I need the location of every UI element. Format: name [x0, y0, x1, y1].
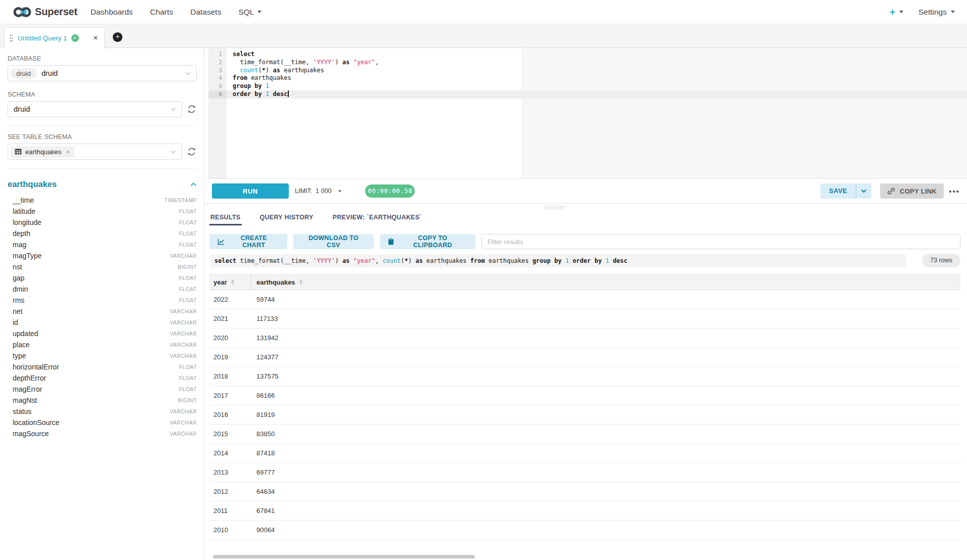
- column-name: depthError: [13, 374, 46, 382]
- column-name: nst: [13, 263, 22, 271]
- editor-code-area[interactable]: select time_format(__time, 'YYYY') as "y…: [227, 51, 967, 99]
- horizontal-scrollbar-thumb[interactable]: [213, 555, 475, 558]
- tab-untitled-query-1[interactable]: Untitled Query 1 ✓ ✕: [4, 27, 105, 48]
- code-line: from earthquakes: [233, 74, 967, 82]
- link-icon: [887, 187, 895, 195]
- schema-column: magFLOAT: [8, 239, 197, 250]
- table-icon: [15, 149, 22, 155]
- brand-title: Superset: [35, 6, 77, 18]
- schema-column: depthFLOAT: [8, 228, 197, 239]
- sort-icon[interactable]: [231, 279, 234, 285]
- query-success-icon: ✓: [71, 34, 79, 42]
- column-type: BIGINT: [178, 397, 197, 403]
- save-options-button[interactable]: [856, 183, 871, 199]
- cell-earthquakes: 67841: [251, 507, 275, 515]
- table-row: 202259744: [209, 290, 960, 309]
- column-header-year[interactable]: year: [209, 274, 251, 290]
- sort-icon[interactable]: [299, 279, 302, 285]
- column-name: dmin: [13, 285, 28, 293]
- column-header-earthquakes[interactable]: earthquakes: [251, 274, 960, 290]
- see-table-schema-label: SEE TABLE SCHEMA: [8, 133, 197, 141]
- cell-year: 2014: [209, 449, 251, 457]
- column-type: VARCHAR: [170, 419, 197, 426]
- chevron-up-icon[interactable]: [190, 182, 197, 186]
- create-chart-button[interactable]: CREATE CHART: [209, 234, 287, 249]
- schema-column: idVARCHAR: [8, 317, 197, 328]
- superset-logo[interactable]: Superset: [13, 5, 77, 20]
- divider: [8, 126, 197, 126]
- cell-year: 2021: [209, 315, 251, 322]
- add-tab-button[interactable]: +: [113, 32, 122, 42]
- close-icon[interactable]: ✕: [93, 34, 98, 41]
- line-number: 3: [208, 67, 227, 75]
- settings-label: Settings: [918, 8, 947, 17]
- run-query-button[interactable]: RUN: [212, 183, 289, 199]
- table-row: 2018137575: [209, 367, 960, 386]
- column-name: horizontalError: [13, 363, 59, 371]
- cell-year: 2017: [209, 392, 251, 399]
- table-row: 201583850: [209, 425, 960, 444]
- chevron-down-icon: [170, 150, 176, 154]
- settings-menu[interactable]: Settings: [918, 8, 955, 17]
- cell-year: 2019: [209, 353, 251, 361]
- tab-results[interactable]: RESULTS: [209, 214, 242, 225]
- results-toolbar: CREATE CHART DOWNLOAD TO CSV COPY TO CLI…: [209, 234, 960, 249]
- navbar: Superset Dashboards Charts Datasets SQL …: [0, 0, 967, 24]
- table-schema-title: earthquakes: [8, 179, 57, 189]
- column-name: magNst: [13, 396, 37, 404]
- chart-icon: [217, 239, 225, 245]
- schema-column: statusVARCHAR: [8, 406, 197, 417]
- schema-column: magNstBIGINT: [8, 395, 197, 406]
- tab-preview-earthquakes[interactable]: PREVIEW: `EARTHQUAKES`: [332, 214, 423, 225]
- nav-charts[interactable]: Charts: [150, 8, 173, 17]
- save-button[interactable]: SAVE: [820, 183, 856, 199]
- tab-query-history[interactable]: QUERY HISTORY: [259, 214, 315, 225]
- column-type: FLOAT: [179, 219, 197, 225]
- main-nav: Dashboards Charts Datasets SQL: [91, 8, 261, 17]
- column-name: locationSource: [13, 418, 60, 427]
- column-type: VARCHAR: [170, 431, 197, 437]
- nav-dashboards[interactable]: Dashboards: [91, 8, 133, 17]
- more-actions-button[interactable]: •••: [949, 187, 960, 196]
- code-line: time_format(__time, 'YYYY') as "year",: [233, 59, 967, 67]
- sql-editor[interactable]: 123456 select time_format(__time, 'YYYY'…: [204, 48, 967, 178]
- schema-column: locationSourceVARCHAR: [8, 417, 197, 428]
- cell-year: 2022: [209, 296, 251, 303]
- table-row: 201786166: [209, 386, 960, 405]
- filter-results-input[interactable]: [481, 234, 960, 249]
- column-type: VARCHAR: [170, 331, 197, 337]
- refresh-tables-icon[interactable]: [187, 147, 197, 157]
- column-name: status: [13, 407, 31, 415]
- editor-gutter: 123456: [208, 48, 227, 178]
- new-item-menu[interactable]: +: [890, 7, 903, 17]
- database-value: druid: [41, 69, 58, 77]
- cell-year: 2013: [209, 469, 251, 476]
- drag-dots-icon: [10, 34, 13, 42]
- text-cursor: [288, 90, 289, 97]
- schema-column-list: __timeTIMESTAMPlatitudeFLOATlongitudeFLO…: [8, 195, 197, 439]
- results-table-body: 2022597442021117133202013194220191243772…: [209, 290, 960, 540]
- limit-label: LIMIT:: [295, 188, 312, 195]
- download-csv-button[interactable]: DOWNLOAD TO CSV: [293, 234, 374, 249]
- table-select[interactable]: earthquakes ✕: [8, 144, 182, 160]
- nav-datasets[interactable]: Datasets: [190, 8, 221, 17]
- limit-dropdown[interactable]: LIMIT: 1 000: [295, 188, 342, 195]
- nav-sql-menu[interactable]: SQL: [238, 8, 261, 17]
- column-type: BIGINT: [178, 264, 197, 270]
- column-type: VARCHAR: [170, 353, 197, 359]
- cell-earthquakes: 69777: [251, 469, 275, 476]
- schema-select[interactable]: druid: [8, 101, 182, 117]
- refresh-schemas-icon[interactable]: [187, 104, 197, 114]
- column-type: VARCHAR: [170, 342, 197, 348]
- column-type: VARCHAR: [170, 408, 197, 414]
- chevron-down-icon: [185, 72, 191, 75]
- copy-clipboard-button[interactable]: COPY TO CLIPBOARD: [380, 234, 475, 249]
- line-number: 4: [208, 74, 227, 82]
- table-row: 2020131942: [209, 329, 960, 348]
- cell-year: 2012: [209, 488, 251, 495]
- database-select[interactable]: druid druid: [8, 65, 197, 81]
- copy-link-button[interactable]: COPY LINK: [880, 183, 944, 199]
- schema-column: magTypeVARCHAR: [8, 250, 197, 261]
- remove-table-icon[interactable]: ✕: [66, 149, 70, 155]
- sql-main-pane: 123456 select time_format(__time, 'YYYY'…: [204, 48, 967, 560]
